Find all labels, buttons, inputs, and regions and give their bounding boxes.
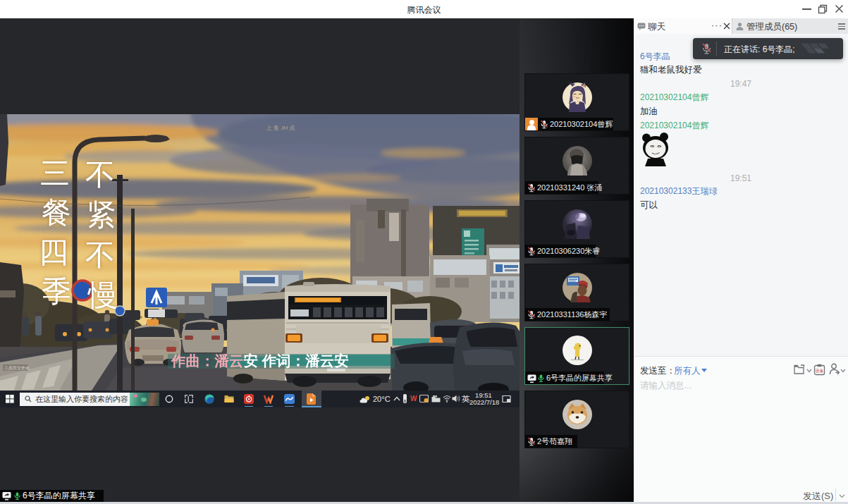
svg-text:紧: 紧 [87,199,116,231]
svg-text:作曲：潘云: 作曲：潘云 [171,352,244,369]
svg-text:四: 四 [39,236,68,269]
svg-text:餐: 餐 [42,197,71,229]
svg-text:三: 三 [40,157,70,190]
svg-text:安 作词：潘云安: 安 作词：潘云安 [244,352,349,369]
svg-text:慢: 慢 [87,279,118,312]
svg-text:季: 季 [42,276,71,308]
svg-text:不: 不 [85,239,115,271]
svg-text:二反田交差点: 二反田交差点 [4,365,30,371]
svg-text:不: 不 [85,159,115,191]
svg-text:设备: 设备 [816,368,824,374]
svg-text:上 鱼 JH 点: 上 鱼 JH 点 [266,125,295,131]
